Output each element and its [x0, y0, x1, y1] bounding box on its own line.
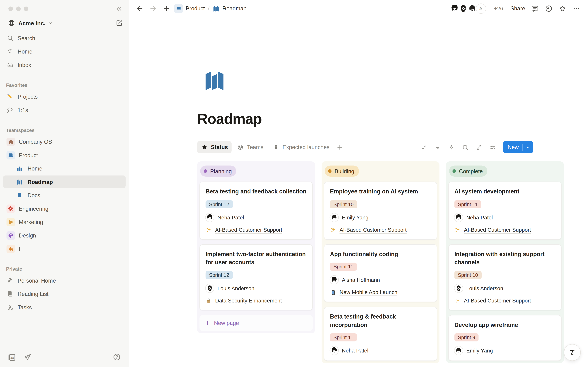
board-card[interactable]: Develop app wireframe Sprint 9 Emily Yan… — [448, 315, 562, 361]
assignee-name[interactable]: Emily Yang — [466, 348, 493, 354]
board-card[interactable]: Beta testing and feedback collection Spr… — [199, 182, 313, 240]
board-card[interactable]: Beta testing & feedback incorporation Sp… — [324, 307, 437, 361]
close-window-button[interactable] — [9, 7, 13, 11]
sidebar-item-docs[interactable]: Docs — [3, 189, 126, 201]
comments-icon[interactable] — [531, 4, 539, 13]
new-button-label[interactable]: New — [503, 144, 522, 150]
zoom-window-button[interactable] — [24, 7, 28, 11]
board-card[interactable]: AI system development Sprint 11 Neha Pat… — [448, 182, 562, 240]
tab-expected-launches[interactable]: Expected launches — [269, 141, 333, 153]
related-page-link[interactable]: AI-Based Customer Support — [215, 226, 282, 233]
sidebar-item-home[interactable]: Home — [3, 45, 126, 58]
new-button[interactable]: New — [503, 141, 533, 153]
workspace-switcher[interactable]: Acme Inc. — [8, 19, 123, 27]
board-card[interactable]: App functionality coding Sprint 11 Aisha… — [324, 244, 437, 302]
sidebar-item-roadmap[interactable]: Roadmap — [3, 175, 126, 188]
expand-icon[interactable] — [476, 144, 483, 151]
assignee-name[interactable]: Neha Patel — [217, 214, 244, 220]
new-tab-plus-icon[interactable] — [163, 5, 170, 12]
sidebar-item-tasks[interactable]: Tasks — [3, 301, 126, 314]
assignee-name[interactable]: Aisha Hoffmann — [342, 277, 380, 283]
page-map-icon[interactable] — [197, 68, 232, 92]
assignee-name[interactable]: Louis Anderson — [466, 285, 503, 291]
column-status-pill[interactable]: Planning — [200, 166, 236, 177]
help-icon[interactable] — [112, 353, 121, 361]
collapse-sidebar-icon[interactable] — [115, 5, 122, 13]
board-card[interactable]: Integration with existing support channe… — [448, 244, 562, 310]
related-page-link[interactable]: Data Security Enhancement — [215, 297, 282, 304]
card-title[interactable]: Employee training on AI system — [330, 187, 431, 196]
forward-icon[interactable] — [149, 5, 157, 12]
sprint-tag[interactable]: Sprint 11 — [454, 200, 481, 208]
sidebar-item-design[interactable]: Design — [3, 229, 126, 242]
view-settings-sliders-icon[interactable] — [489, 144, 497, 151]
sidebar-item-search[interactable]: Search — [3, 32, 126, 44]
new-page-compose-button[interactable] — [116, 19, 123, 27]
card-title[interactable]: Beta testing & feedback incorporation — [330, 312, 431, 329]
sprint-tag[interactable]: Sprint 11 — [330, 263, 357, 271]
related-page-link[interactable]: AI-Based Customer Support — [340, 226, 407, 233]
sprint-tag[interactable]: Sprint 11 — [330, 334, 357, 342]
sidebar-item-1-1s[interactable]: 1:1s — [3, 104, 126, 116]
sidebar-item-engineering[interactable]: Engineering — [3, 202, 126, 215]
back-icon[interactable] — [136, 5, 144, 12]
sprint-tag[interactable]: Sprint 12 — [206, 200, 233, 208]
board-card[interactable]: Implement two-factor authentication for … — [199, 244, 313, 310]
automation-bolt-icon[interactable] — [448, 144, 455, 151]
new-dropdown-chevron-icon[interactable] — [523, 144, 533, 150]
card-title[interactable]: Beta testing and feedback collection — [206, 187, 307, 196]
notion-ai-button[interactable] — [564, 344, 581, 361]
sprint-tag[interactable]: Sprint 9 — [454, 334, 479, 342]
sidebar-item-personal-home[interactable]: Personal Home — [3, 274, 126, 287]
sidebar-item-projects[interactable]: Projects — [3, 90, 126, 103]
breadcrumb-product[interactable]: Product — [174, 4, 205, 13]
assignee-name[interactable]: Louis Anderson — [217, 285, 254, 291]
add-view-plus-icon[interactable] — [335, 141, 344, 153]
related-page-link[interactable]: New Mobile App Launch — [340, 289, 398, 296]
filter-icon[interactable] — [434, 144, 441, 151]
sidebar-item-reading-list[interactable]: Reading List — [3, 287, 126, 300]
card-title[interactable]: AI system development — [454, 187, 555, 196]
assignee-name[interactable]: Neha Patel — [342, 348, 368, 354]
assignee-name[interactable]: Emily Yang — [342, 214, 369, 220]
sidebar-item-product-home[interactable]: Home — [3, 162, 126, 175]
card-title[interactable]: Develop app wireframe — [454, 321, 555, 329]
section-title[interactable]: Teamspaces — [0, 126, 129, 135]
sprint-tag[interactable]: Sprint 12 — [206, 271, 233, 279]
column-status-pill[interactable]: Complete — [449, 166, 487, 177]
page-title[interactable]: Roadmap — [197, 110, 588, 128]
sprint-tag[interactable]: Sprint 10 — [454, 271, 482, 279]
calendar-icon[interactable] — [8, 353, 17, 361]
column-status-pill[interactable]: Building — [325, 166, 359, 177]
sidebar-item-product[interactable]: Product — [3, 149, 126, 161]
sprint-tag[interactable]: Sprint 10 — [330, 200, 357, 208]
breadcrumb-roadmap[interactable]: Roadmap — [213, 5, 247, 12]
search-in-view-icon[interactable] — [462, 144, 469, 151]
sidebar-item-inbox[interactable]: Inbox — [3, 58, 126, 71]
assignee-name[interactable]: Neha Patel — [466, 214, 493, 220]
share-button[interactable]: Share — [510, 5, 525, 11]
new-page-button[interactable]: New page — [199, 315, 313, 331]
board-card[interactable]: Employee training on AI system Sprint 10… — [324, 182, 437, 240]
minimize-window-button[interactable] — [16, 7, 21, 11]
card-title[interactable]: Implement two-factor authentication for … — [206, 250, 307, 266]
section-title[interactable]: Private — [0, 265, 129, 273]
tab-teams[interactable]: Teams — [233, 141, 267, 153]
card-title[interactable]: Integration with existing support channe… — [454, 250, 555, 266]
invite-members-icon[interactable] — [23, 353, 32, 361]
sidebar-item-company-os[interactable]: Company OS — [3, 135, 126, 148]
sidebar-item-it[interactable]: IT — [3, 242, 126, 255]
collaborator-overflow-count[interactable]: +26 — [494, 5, 503, 11]
card-title[interactable]: App functionality coding — [330, 250, 431, 258]
collaborator-avatars[interactable]: A — [449, 2, 487, 14]
related-page-link[interactable]: AI-Based Customer Support — [464, 297, 531, 304]
sidebar-item-marketing[interactable]: Marketing — [3, 216, 126, 228]
more-options-icon[interactable] — [572, 4, 580, 13]
tab-status[interactable]: Status — [197, 141, 232, 153]
history-clock-icon[interactable] — [545, 4, 553, 13]
sort-icon[interactable] — [420, 144, 428, 151]
section-title[interactable]: Favorites — [0, 81, 129, 90]
window-controls[interactable] — [0, 0, 129, 11]
favorite-star-icon[interactable] — [559, 4, 567, 13]
related-page-link[interactable]: AI-Based Customer Support — [464, 226, 531, 233]
